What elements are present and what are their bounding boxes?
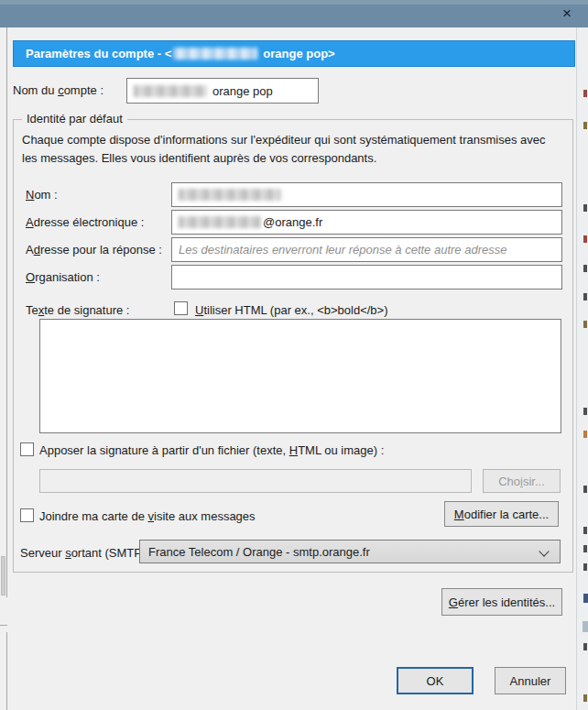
background-scrollbar-thumb xyxy=(1,556,5,595)
reply-address-input[interactable] xyxy=(171,237,562,262)
smtp-server-selected-value: France Telecom / Orange - smtp.orange.fr xyxy=(148,545,370,559)
use-html-checkbox[interactable] xyxy=(174,301,188,315)
window-titlebar: × xyxy=(0,0,588,27)
attach-vcard-checkbox[interactable] xyxy=(20,508,34,522)
account-settings-dialog: × Paramètres du compte - <orange pop> No… xyxy=(0,0,588,710)
dialog-header: Paramètres du compte - <orange pop> xyxy=(13,40,575,67)
redacted-text xyxy=(179,216,261,228)
reply-address-label: Adresse pour la réponse : xyxy=(26,243,162,257)
redacted-text xyxy=(179,189,281,201)
attach-signature-file-label[interactable]: Apposer la signature à partir d'un fichi… xyxy=(39,443,384,457)
chevron-down-icon xyxy=(539,546,549,556)
signature-file-path-input xyxy=(39,469,472,493)
smtp-server-select[interactable]: France Telecom / Orange - smtp.orange.fr xyxy=(139,540,561,563)
account-name-label: Nom du compte : xyxy=(13,83,103,97)
dialog-title: Paramètres du compte - <orange pop> xyxy=(26,47,335,60)
email-visible-value: @orange.fr xyxy=(263,215,322,229)
organization-input[interactable] xyxy=(171,265,562,289)
redacted-text xyxy=(134,85,207,97)
email-input[interactable]: @orange.fr xyxy=(171,210,562,235)
signature-text-label: Texte de signature : xyxy=(26,303,129,317)
attach-vcard-label[interactable]: Joindre ma carte de visite aux messages xyxy=(39,509,256,523)
choose-file-button: Choisir... xyxy=(483,469,561,493)
ok-button[interactable]: OK xyxy=(397,667,474,694)
use-html-label[interactable]: Utiliser HTML (par ex., <b>bold</b>) xyxy=(195,303,388,317)
identity-description: Chaque compte dispose d'informations sur… xyxy=(22,131,559,168)
smtp-server-label: Serveur sortant (SMTP) : xyxy=(20,546,153,560)
account-name-input[interactable]: orange pop xyxy=(126,78,319,104)
attach-signature-file-checkbox[interactable] xyxy=(20,442,34,456)
account-name-visible-value: orange pop xyxy=(212,84,273,98)
redacted-text xyxy=(173,48,257,60)
close-icon[interactable]: × xyxy=(553,2,581,26)
email-label: Adresse électronique : xyxy=(26,215,144,229)
edit-card-button[interactable]: Modifier la carte... xyxy=(444,501,559,527)
organization-label: Organisation : xyxy=(26,270,100,284)
name-label: Nom : xyxy=(26,188,58,202)
background-window-edge-right xyxy=(576,27,588,710)
name-input[interactable] xyxy=(171,182,562,207)
manage-identities-button[interactable]: Gérer les identités... xyxy=(441,588,562,616)
cancel-button[interactable]: Annuler xyxy=(495,667,566,694)
default-identity-legend: Identité par défaut xyxy=(22,112,127,126)
signature-textarea[interactable] xyxy=(39,319,561,433)
